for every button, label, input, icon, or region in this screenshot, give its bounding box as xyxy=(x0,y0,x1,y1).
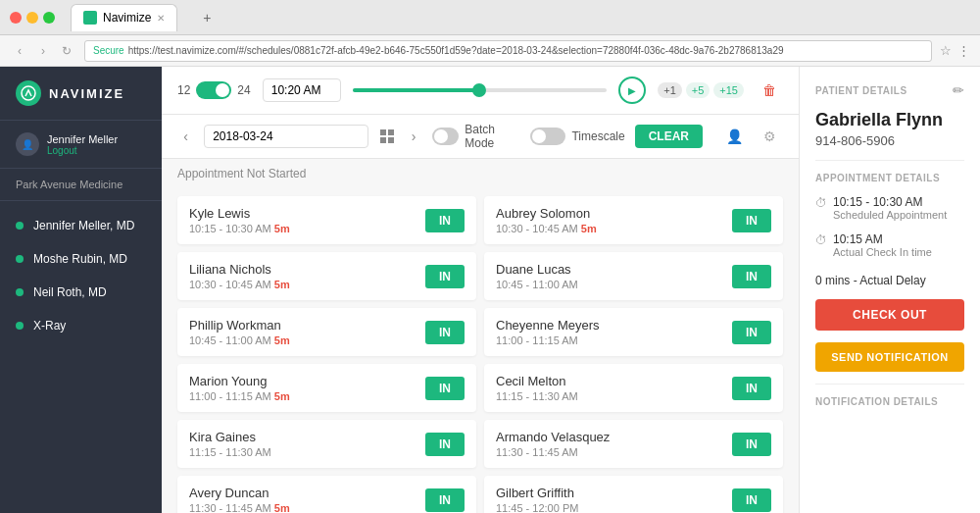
sidebar-item-xray[interactable]: X-Ray xyxy=(0,309,162,342)
sidebar-logo: NAVIMIZE xyxy=(0,67,162,121)
maximize-window-icon[interactable] xyxy=(43,12,55,24)
address-bar-actions: ☆ ⋮ xyxy=(940,43,970,58)
patient-info: Gabriella Flynn 914-806-5906 xyxy=(815,110,964,148)
sidebar-item-label: Neil Roth, MD xyxy=(33,285,107,299)
check-in-button[interactable]: IN xyxy=(425,488,465,512)
appt-info: Aubrey Solomon 10:30 - 10:45 AM 5m xyxy=(496,206,597,234)
browser-nav: ‹ › ↻ xyxy=(10,41,76,61)
date-input[interactable] xyxy=(204,125,368,148)
url-text: https://test.navimize.com/#/schedules/08… xyxy=(128,45,784,56)
minimize-window-icon[interactable] xyxy=(26,12,38,24)
appt-info: Duane Lucas 10:45 - 11:00 AM xyxy=(496,262,578,290)
timescale-label: Timescale xyxy=(571,129,624,143)
check-in-button[interactable]: IN xyxy=(732,433,771,456)
appt-name: Phillip Workman xyxy=(189,318,290,333)
prev-date-button[interactable]: ‹ xyxy=(177,126,194,147)
slider-fill xyxy=(353,88,480,92)
appt-name: Duane Lucas xyxy=(496,262,578,277)
check-in-button[interactable]: IN xyxy=(732,488,771,512)
count-badges: +1 +5 +15 xyxy=(658,82,744,98)
table-row: Cheyenne Meyers 11:00 - 11:15 AM IN xyxy=(484,308,783,356)
timescale-toggle-switch[interactable] xyxy=(530,128,565,145)
appt-name: Cecil Melton xyxy=(496,374,578,388)
appointments-grid: Kyle Lewis 10:15 - 10:30 AM 5m IN Aubrey… xyxy=(162,188,799,513)
patient-phone: 914-806-5906 xyxy=(815,133,964,148)
settings-icon[interactable]: ⚙ xyxy=(756,123,783,150)
batch-mode-toggle: Batch Mode xyxy=(432,123,514,150)
appt-info: Marion Young 11:00 - 11:15 AM 5m xyxy=(189,374,290,402)
table-row: Aubrey Solomon 10:30 - 10:45 AM 5m IN xyxy=(484,196,783,244)
tab-close-icon[interactable]: ✕ xyxy=(157,13,165,24)
checkin-clock-icon: ⏱ xyxy=(815,233,827,247)
play-button[interactable]: ▶ xyxy=(618,77,646,104)
table-row: Armando Velasquez 11:30 - 11:45 AM IN xyxy=(484,420,783,468)
check-in-button[interactable]: IN xyxy=(732,321,771,344)
extensions-icon[interactable]: ⋮ xyxy=(957,43,970,58)
next-date-button[interactable]: › xyxy=(405,126,421,147)
sidebar-item-neil[interactable]: Neil Roth, MD xyxy=(0,276,162,309)
appt-info: Kira Gaines 11:15 - 11:30 AM xyxy=(189,430,271,458)
checkout-button[interactable]: CHECK OUT xyxy=(815,299,964,331)
address-bar: ‹ › ↻ Secure https://test.navimize.com/#… xyxy=(0,35,980,67)
url-bar[interactable]: Secure https://test.navimize.com/#/sched… xyxy=(84,40,932,62)
forward-button[interactable]: › xyxy=(33,41,53,61)
appt-time: 10:30 - 10:45 AM 5m xyxy=(496,223,597,234)
table-row: Marion Young 11:00 - 11:15 AM 5m IN xyxy=(177,364,476,412)
check-in-button[interactable]: IN xyxy=(425,321,465,344)
check-in-button[interactable]: IN xyxy=(732,377,771,400)
sidebar-item-label: Moshe Rubin, MD xyxy=(33,252,127,266)
batch-toggle-switch[interactable] xyxy=(432,128,460,145)
check-in-button[interactable]: IN xyxy=(425,265,465,288)
checkin-label: Actual Check In time xyxy=(833,246,932,258)
bookmark-icon[interactable]: ☆ xyxy=(940,43,952,58)
back-button[interactable]: ‹ xyxy=(10,41,29,61)
appt-name: Marion Young xyxy=(189,374,290,388)
table-row: Kyle Lewis 10:15 - 10:30 AM 5m IN xyxy=(177,196,476,244)
edit-icon[interactable]: ✏ xyxy=(953,82,964,98)
time-input[interactable] xyxy=(263,78,341,102)
check-in-button[interactable]: IN xyxy=(425,433,465,456)
clock-icon: ⏱ xyxy=(815,196,827,210)
appt-time: 11:45 - 12:00 PM xyxy=(496,502,578,513)
check-in-button[interactable]: IN xyxy=(425,209,465,232)
grid-view-icon[interactable] xyxy=(378,126,395,147)
tab-favicon xyxy=(83,11,97,25)
divider2 xyxy=(815,384,964,385)
app-name: NAVIMIZE xyxy=(49,86,124,101)
appt-name: Gilbert Griffith xyxy=(496,486,578,500)
appt-type-label: Scheduled Appointment xyxy=(833,209,947,221)
user-info: Jennifer Meller Logout xyxy=(47,133,118,156)
patient-section-title: PATIENT DETAILS xyxy=(815,85,907,96)
appt-name: Cheyenne Meyers xyxy=(496,318,600,333)
appt-name: Armando Velasquez xyxy=(496,430,610,444)
svg-rect-2 xyxy=(388,129,394,135)
browser-tab[interactable]: Navimize ✕ xyxy=(71,4,177,31)
delete-button[interactable]: 🗑 xyxy=(756,77,783,104)
sidebar-item-jennifer[interactable]: Jennifer Meller, MD xyxy=(0,209,162,242)
sidebar-item-moshe[interactable]: Moshe Rubin, MD xyxy=(0,242,162,276)
time-24-label: 24 xyxy=(237,83,250,97)
check-in-button[interactable]: IN xyxy=(732,265,771,288)
appt-scheduled-time: 10:15 - 10:30 AM xyxy=(833,195,947,209)
check-in-button[interactable]: IN xyxy=(732,209,771,232)
table-row: Liliana Nichols 10:30 - 10:45 AM 5m IN xyxy=(177,252,476,300)
user-add-icon[interactable]: 👤 xyxy=(720,123,748,150)
time-slider[interactable] xyxy=(353,88,608,92)
new-tab-icon[interactable]: + xyxy=(195,6,219,29)
appt-name: Aubrey Solomon xyxy=(496,206,597,221)
appt-time: 11:00 - 11:15 AM xyxy=(496,334,600,346)
main-content: 12 24 ▶ +1 +5 +15 🗑 xyxy=(162,67,799,513)
avatar: 👤 xyxy=(16,132,39,156)
sidebar-items: Jennifer Meller, MD Moshe Rubin, MD Neil… xyxy=(0,201,162,350)
close-window-icon[interactable] xyxy=(10,12,22,24)
send-notification-button[interactable]: SEND NOTIFICATION xyxy=(815,342,964,372)
tab-title: Navimize xyxy=(103,11,151,25)
logout-link[interactable]: Logout xyxy=(47,145,118,156)
toolbar2-icons: 👤 ⚙ xyxy=(720,123,783,150)
refresh-button[interactable]: ↻ xyxy=(57,41,76,61)
time-mode-toggle[interactable] xyxy=(196,81,231,99)
check-in-button[interactable]: IN xyxy=(425,377,465,400)
clear-button[interactable]: CLEAR xyxy=(635,125,703,148)
svg-rect-3 xyxy=(380,137,386,143)
slider-thumb[interactable] xyxy=(472,83,486,97)
